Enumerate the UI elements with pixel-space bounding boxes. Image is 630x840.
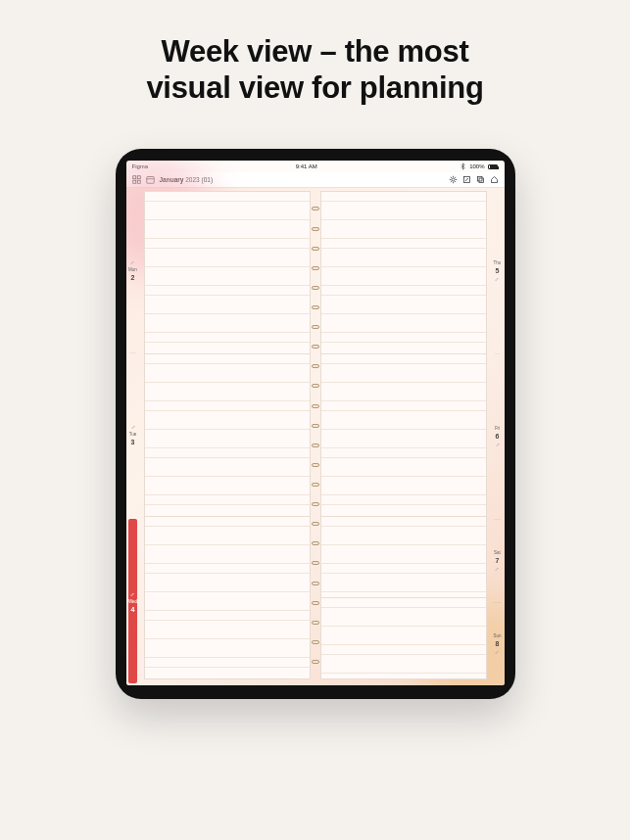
status-bar-time: 9:41 AM <box>296 163 317 169</box>
expand-icon: ⤢ <box>495 649 499 655</box>
svg-point-6 <box>452 178 455 181</box>
marketing-headline: Week view – the most visual view for pla… <box>0 0 630 106</box>
day-of-week: Sun <box>493 633 501 638</box>
svg-rect-1 <box>137 176 140 179</box>
day-cell[interactable] <box>321 353 486 516</box>
day-of-week: Fri <box>495 426 500 431</box>
svg-rect-9 <box>479 178 484 183</box>
expand-icon: ⤢ <box>496 442 500 447</box>
day-of-week: Wed <box>128 599 137 604</box>
day-number: 4 <box>131 606 135 613</box>
expand-icon: ⤢ <box>495 566 499 572</box>
day-number: 3 <box>131 439 135 445</box>
day-of-week: Sat <box>494 550 501 555</box>
expand-icon: ⤢ <box>131 424 135 430</box>
day-of-week: Tue <box>129 432 137 437</box>
day-number: 2 <box>131 274 135 281</box>
planner-right-page[interactable] <box>320 191 487 679</box>
page-title[interactable]: January 2023 (01) <box>160 176 214 183</box>
svg-rect-4 <box>146 177 154 184</box>
expand-icon: ⤢ <box>130 591 134 597</box>
day-tab-thu[interactable]: Thu 5 ⤢ <box>494 188 502 352</box>
status-bar-battery-pct: 100% <box>469 163 484 169</box>
day-tab-sat[interactable]: Sat 7 ⤢ <box>494 519 501 602</box>
day-tab-wed[interactable]: ⤢ Wed 4 <box>128 519 137 683</box>
tablet-screen: Figma 9:41 AM 100% <box>126 161 505 685</box>
title-month: January <box>160 176 184 183</box>
bluetooth-icon <box>460 163 465 171</box>
status-bar-app-name: Figma <box>132 163 149 169</box>
headline-line-2: visual view for planning <box>39 70 591 106</box>
day-number: 7 <box>496 557 500 564</box>
right-day-tabs: Thu 5 ⤢ Fri 6 ⤢ Sat 7 ⤢ Su <box>491 188 505 685</box>
svg-rect-3 <box>137 181 140 184</box>
settings-gear-icon[interactable] <box>449 175 458 184</box>
day-tab-fri[interactable]: Fri 6 ⤢ <box>495 353 500 519</box>
day-tab-sun[interactable]: Sun 8 ⤢ <box>493 602 501 685</box>
day-tab-tue[interactable]: ⤢ Tue 3 <box>129 352 137 517</box>
day-cell[interactable] <box>321 192 486 353</box>
calendar-icon[interactable] <box>146 175 155 184</box>
day-number: 5 <box>496 267 500 274</box>
expand-icon: ⤢ <box>130 259 134 265</box>
headline-line-1: Week view – the most <box>39 33 591 70</box>
svg-rect-2 <box>132 181 135 184</box>
day-number: 8 <box>496 640 500 647</box>
day-cell[interactable] <box>321 597 486 678</box>
battery-icon <box>488 164 498 169</box>
layers-icon[interactable] <box>476 175 485 184</box>
status-bar: Figma 9:41 AM 100% <box>126 161 505 172</box>
svg-rect-0 <box>132 176 135 179</box>
left-day-tabs: ⤢ Mon 2 ⤢ Tue 3 ⤢ Wed 4 <box>126 188 140 685</box>
day-cell[interactable] <box>145 192 310 353</box>
day-of-week: Mon <box>128 267 137 272</box>
planner-left-page[interactable] <box>144 191 311 679</box>
day-tab-mon[interactable]: ⤢ Mon 2 <box>128 188 137 351</box>
day-cell[interactable] <box>321 516 486 597</box>
app-toolbar: January 2023 (01) <box>126 172 505 188</box>
expand-icon: ⤢ <box>495 276 499 282</box>
home-icon[interactable] <box>490 175 499 184</box>
day-cell[interactable] <box>145 353 310 516</box>
title-year-week: 2023 (01) <box>183 176 213 183</box>
edit-note-icon[interactable] <box>462 175 471 184</box>
day-of-week: Thu <box>494 260 502 265</box>
day-cell[interactable] <box>145 516 310 678</box>
notebook-binding <box>311 191 320 679</box>
view-grid-icon[interactable] <box>132 175 141 184</box>
week-planner-spread: ⤢ Mon 2 ⤢ Tue 3 ⤢ Wed 4 <box>126 188 505 685</box>
day-number: 6 <box>496 433 500 440</box>
svg-rect-8 <box>477 177 482 182</box>
tablet-device-frame: Figma 9:41 AM 100% <box>116 149 515 699</box>
